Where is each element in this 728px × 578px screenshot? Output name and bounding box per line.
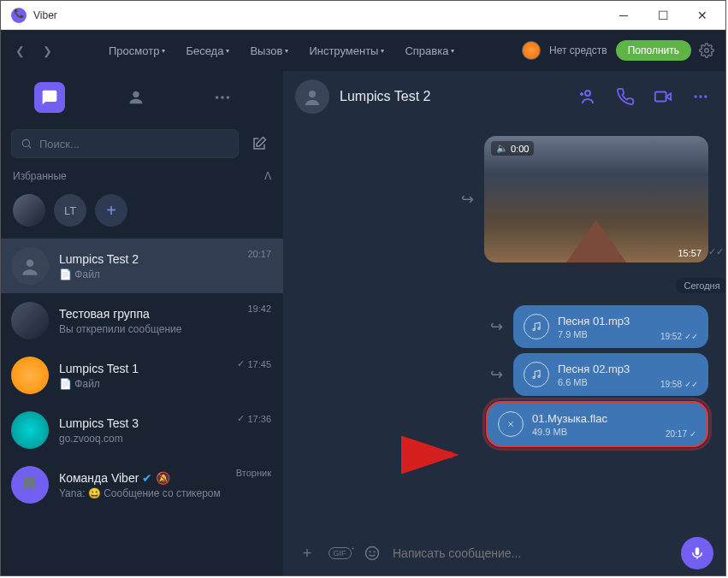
file-message[interactable]: Песня 02.mp3 6.6 MB 19:58 ✓✓ <box>513 353 708 396</box>
menu-call[interactable]: Вызов▾ <box>241 41 297 61</box>
emoji-button[interactable] <box>360 541 384 565</box>
settings-button[interactable] <box>695 38 719 62</box>
sent-tick-icon: ✓ <box>690 429 696 439</box>
message-list[interactable]: ↪ 🔈0:00 15:57 ✓✓ Сегодня ↪ <box>283 122 725 531</box>
speaker-icon: 🔈 <box>496 143 508 154</box>
nav-back-button[interactable]: ❮ <box>8 38 32 62</box>
read-ticks-icon: ✓✓ <box>684 332 698 341</box>
favorites-header[interactable]: Избранные ᐱ <box>1 163 283 189</box>
forward-button[interactable]: ↪ <box>490 365 503 384</box>
forward-button[interactable]: ↪ <box>461 190 474 209</box>
maximize-button[interactable]: ☐ <box>643 2 683 29</box>
user-avatar-icon[interactable] <box>522 41 541 60</box>
titlebar: Viber ─ ☐ ✕ <box>1 1 725 30</box>
sidebar-tabs <box>1 71 283 124</box>
avatar <box>11 411 49 449</box>
favorite-add-button[interactable]: + <box>95 194 127 227</box>
svg-point-8 <box>585 91 590 96</box>
video-call-button[interactable] <box>650 84 676 109</box>
menu-help[interactable]: Справка▾ <box>396 41 463 61</box>
voice-call-button[interactable] <box>613 84 638 109</box>
svg-point-3 <box>221 96 224 99</box>
video-message[interactable]: 🔈0:00 15:57 <box>484 136 708 262</box>
app-window: Viber ─ ☐ ✕ ❮ ❯ Просмотр▾ Беседа▾ Вызов▾… <box>0 0 726 576</box>
message-input[interactable] <box>393 546 672 560</box>
svg-point-2 <box>216 96 219 99</box>
favorite-item[interactable] <box>13 194 45 227</box>
search-icon <box>21 138 33 150</box>
chat-preview: 📄 Файл <box>59 268 273 280</box>
gif-button[interactable]: GIF+ <box>328 541 352 565</box>
svg-point-14 <box>538 327 540 329</box>
add-person-button[interactable] <box>575 84 601 109</box>
tab-contacts[interactable] <box>110 78 162 117</box>
viber-logo-icon <box>11 8 27 23</box>
voice-record-button[interactable] <box>681 537 713 569</box>
chat-time: 19:42 <box>247 304 271 314</box>
chat-item-lumpics-test-2[interactable]: Lumpics Test 2 📄 Файл 20:17 <box>1 239 283 293</box>
svg-point-13 <box>533 328 535 330</box>
chat-icon <box>41 89 58 106</box>
nav-forward-button[interactable]: ❯ <box>35 38 59 62</box>
verified-icon: ✔ <box>142 471 152 485</box>
svg-point-5 <box>22 139 29 146</box>
file-name: 01.Музыка.flac <box>532 412 607 425</box>
file-message-uploading[interactable]: 01.Музыка.flac 49.9 MB 20:17 ✓ <box>486 401 708 447</box>
attach-button[interactable]: + <box>295 541 319 565</box>
file-name: Песня 01.mp3 <box>558 315 630 327</box>
search-input[interactable]: Поиск... <box>11 129 239 158</box>
menu-view[interactable]: Просмотр▾ <box>100 41 174 61</box>
forward-button[interactable]: ↪ <box>490 317 503 336</box>
window-title: Viber <box>33 9 57 21</box>
chat-panel: Lumpics Test 2 ↪ 🔈0:00 15:57 <box>283 71 725 575</box>
menu-chat[interactable]: Беседа▾ <box>177 41 238 61</box>
chat-avatar[interactable] <box>295 80 329 114</box>
close-button[interactable]: ✕ <box>683 2 722 29</box>
svg-point-19 <box>374 551 375 552</box>
svg-point-17 <box>366 547 379 560</box>
person-icon <box>127 88 145 107</box>
svg-point-0 <box>705 49 709 53</box>
file-message[interactable]: Песня 01.mp3 7.9 MB 19:52 ✓✓ <box>513 305 708 348</box>
tab-chats[interactable] <box>24 78 75 117</box>
search-row: Поиск... <box>1 124 283 163</box>
chat-item-team-viber[interactable]: Команда Viber ✔ 🔕 Yana: 😀 Сообщение со с… <box>1 457 283 512</box>
muted-icon: 🔕 <box>156 471 170 485</box>
avatar <box>11 466 49 504</box>
avatar <box>11 247 49 285</box>
chat-list: Lumpics Test 2 📄 Файл 20:17 Тестовая гру… <box>1 239 283 575</box>
chat-title[interactable]: Lumpics Test 2 <box>340 89 430 104</box>
dots-icon <box>213 88 232 107</box>
cancel-upload-button[interactable] <box>498 411 524 437</box>
svg-point-15 <box>533 376 535 378</box>
file-size: 6.6 MB <box>558 377 588 387</box>
avatar <box>11 357 49 394</box>
chat-item-lumpics-test-1[interactable]: Lumpics Test 1 📄 Файл ✓ 17:45 <box>1 348 283 403</box>
dots-icon <box>692 88 709 105</box>
check-icon: ✓ <box>237 413 245 424</box>
chat-item-test-group[interactable]: Тестовая группа Вы открепили сообщение 1… <box>1 293 283 348</box>
smiley-icon <box>364 545 381 562</box>
compose-button[interactable] <box>246 130 273 157</box>
chat-header: Lumpics Test 2 <box>283 71 725 122</box>
avatar <box>11 302 49 339</box>
menu-tools[interactable]: Инструменты▾ <box>300 41 393 61</box>
svg-rect-9 <box>655 92 666 102</box>
tab-more[interactable] <box>197 78 248 117</box>
video-mute-badge: 🔈0:00 <box>491 141 534 156</box>
chat-more-button[interactable] <box>688 84 713 109</box>
add-person-icon <box>577 86 598 107</box>
chat-item-lumpics-test-3[interactable]: Lumpics Test 3 go.zvooq.com ✓ 17:36 <box>1 403 283 457</box>
minimize-button[interactable]: ─ <box>604 2 643 29</box>
chat-time: ✓ 17:36 <box>237 413 271 424</box>
window-controls: ─ ☐ ✕ <box>604 2 722 29</box>
chat-preview: go.zvooq.com <box>59 433 273 445</box>
svg-point-18 <box>370 551 370 552</box>
annotation-arrow-icon <box>401 434 468 479</box>
svg-rect-20 <box>695 547 700 555</box>
video-icon <box>652 87 674 106</box>
topup-button[interactable]: Пополнить <box>616 40 691 61</box>
chat-name: Тестовая группа <box>59 307 273 321</box>
video-duration: 15:57 <box>678 248 701 258</box>
favorite-item[interactable]: LT <box>54 194 86 227</box>
